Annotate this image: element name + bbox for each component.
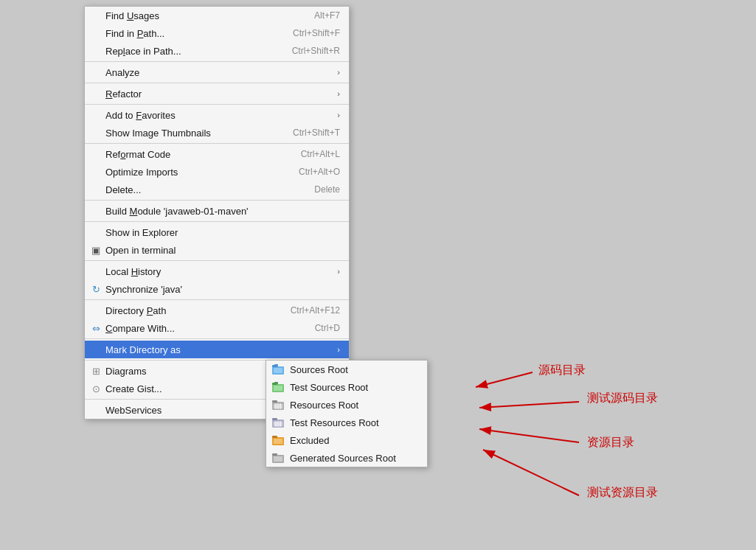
compare-icon: ⇔ <box>89 321 103 335</box>
menu-item-find-in-path[interactable]: Find in Path... Ctrl+Shift+F <box>85 24 349 42</box>
svg-rect-28 <box>272 453 277 456</box>
diagrams-icon: ⊞ <box>89 364 103 377</box>
svg-rect-25 <box>272 436 277 438</box>
menu-item-local-history[interactable]: Local History › <box>85 262 349 280</box>
svg-line-33 <box>479 429 579 442</box>
svg-rect-17 <box>272 418 277 420</box>
context-menu: Find Usages Alt+F7 Find in Path... Ctrl+… <box>84 6 350 420</box>
menu-item-add-to-favorites[interactable]: Add to Favorites › <box>85 106 349 124</box>
separator-6 <box>85 221 349 222</box>
menu-item-build-module[interactable]: Build Module 'javaweb-01-maven' <box>85 202 349 220</box>
submenu-item-excluded[interactable]: Excluded <box>266 431 427 449</box>
svg-rect-9 <box>272 400 277 403</box>
svg-line-32 <box>479 402 579 408</box>
annotation-resources-root: 资源目录 <box>587 435 634 450</box>
generated-sources-root-icon <box>271 451 287 464</box>
submenu-arrow: › <box>337 267 340 276</box>
separator-7 <box>85 260 349 261</box>
mark-directory-submenu: Sources Root Test Sources Root <box>266 360 428 467</box>
submenu-item-sources-root[interactable]: Sources Root <box>266 361 427 378</box>
separator-5 <box>85 200 349 201</box>
menu-item-compare-with[interactable]: ⇔ Compare With... Ctrl+D <box>85 319 349 337</box>
menu-item-show-image-thumbnails[interactable]: Show Image Thumbnails Ctrl+Shift+T <box>85 124 349 142</box>
test-sources-root-icon <box>271 380 287 394</box>
submenu-arrow: › <box>337 345 340 354</box>
menu-item-show-in-explorer[interactable]: Show in Explorer <box>85 223 349 241</box>
svg-rect-26 <box>274 439 282 444</box>
submenu-item-resources-root[interactable]: Resources Root <box>266 396 427 414</box>
menu-item-open-in-terminal[interactable]: ▣ Open in terminal <box>85 241 349 259</box>
svg-rect-3 <box>274 364 278 366</box>
submenu-item-test-resources-root[interactable]: Test Resources Root <box>266 414 427 431</box>
annotation-test-sources-root: 测试源码目录 <box>587 391 658 406</box>
menu-item-synchronize[interactable]: ↻ Synchronize 'java' <box>85 280 349 298</box>
svg-line-31 <box>476 372 533 387</box>
separator-9 <box>85 338 349 339</box>
separator-3 <box>85 104 349 105</box>
svg-rect-2 <box>274 368 282 373</box>
svg-rect-6 <box>274 386 282 391</box>
submenu-item-test-sources-root[interactable]: Test Sources Root <box>266 378 427 396</box>
excluded-icon <box>271 434 287 447</box>
submenu-arrow: › <box>337 111 340 119</box>
terminal-icon: ▣ <box>89 243 103 257</box>
annotation-sources-root: 源码目录 <box>538 363 586 378</box>
menu-item-delete[interactable]: Delete... Delete <box>85 181 349 198</box>
submenu-arrow: › <box>337 68 340 77</box>
test-resources-root-icon <box>271 416 287 429</box>
submenu-arrow: › <box>337 89 340 98</box>
svg-rect-29 <box>274 456 282 462</box>
menu-item-reformat-code[interactable]: Reformat Code Ctrl+Alt+L <box>85 145 349 163</box>
menu-item-analyze[interactable]: Analyze › <box>85 63 349 81</box>
separator-4 <box>85 143 349 144</box>
separator-2 <box>85 83 349 83</box>
menu-item-replace-in-path[interactable]: Replace in Path... Ctrl+Shift+R <box>85 42 349 60</box>
separator-1 <box>85 61 349 62</box>
menu-item-mark-directory-as[interactable]: Mark Directory as › <box>85 341 349 358</box>
submenu-item-generated-sources-root[interactable]: Generated Sources Root <box>266 449 427 467</box>
gist-icon: ⊙ <box>89 382 103 395</box>
annotation-test-resources-root: 测试资源目录 <box>587 485 658 501</box>
menu-item-directory-path[interactable]: Directory Path Ctrl+Alt+F12 <box>85 302 349 319</box>
menu-item-optimize-imports[interactable]: Optimize Imports Ctrl+Alt+O <box>85 163 349 181</box>
sync-icon: ↻ <box>89 282 103 296</box>
menu-item-refactor[interactable]: Refactor › <box>85 85 349 102</box>
svg-line-34 <box>483 450 579 495</box>
menu-item-find-usages[interactable]: Find Usages Alt+F7 <box>85 7 349 24</box>
sources-root-icon <box>271 363 287 376</box>
resources-root-icon <box>271 398 287 411</box>
separator-8 <box>85 299 349 300</box>
svg-rect-7 <box>274 382 278 384</box>
